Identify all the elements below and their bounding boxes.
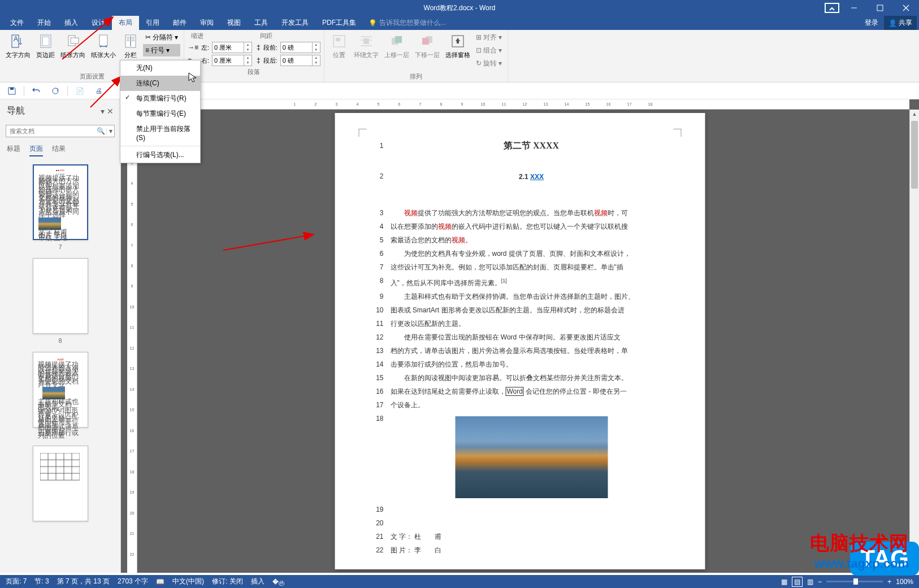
dd-suppress[interactable]: 禁止用于当前段落(S) xyxy=(120,121,200,145)
nav-tab-pages[interactable]: 页面 xyxy=(29,144,43,156)
columns-button[interactable]: 分栏 xyxy=(119,31,142,60)
tab-dev[interactable]: 开发工具 xyxy=(275,16,315,30)
line-text[interactable]: 为使您的文档具有专业外观，word 提供了页眉、页脚、封面和文本框设计， xyxy=(391,248,673,259)
indent-left-input[interactable]: ▲▼ xyxy=(212,42,252,53)
search-input[interactable] xyxy=(6,128,95,134)
line-text[interactable]: 以在想要添加的视频的嵌入代码中进行粘贴。您也可以键入一个关键字以联机搜 xyxy=(391,221,673,232)
orientation-button[interactable]: 纸张方向 xyxy=(58,31,88,60)
redo-button[interactable] xyxy=(48,84,63,98)
page-thumbnail-10[interactable] xyxy=(33,446,88,521)
zoom-slider[interactable] xyxy=(826,581,883,582)
tab-insert[interactable]: 插入 xyxy=(58,16,85,30)
dd-options[interactable]: 行编号选项(L)... xyxy=(120,147,200,163)
page-thumbnail-9[interactable]: 第四章 视频提供了功能强大的方法以在想要添加的视频的嵌入索最适合您的文档的视频为… xyxy=(33,352,88,428)
close-button[interactable] xyxy=(893,0,919,16)
maximize-button[interactable] xyxy=(867,0,893,16)
zoom-in-button[interactable]: + xyxy=(887,578,891,586)
view-read-icon[interactable]: ▦ xyxy=(781,578,787,586)
position-button[interactable]: 位置 xyxy=(328,31,350,60)
status-track[interactable]: 修订: 关闭 xyxy=(212,577,243,586)
line-text[interactable]: 这些设计可互为补充。例如，您可以添加匹配的封面、页眉和提要栏。单击"插 xyxy=(391,262,673,273)
line-text[interactable]: 个设备上。 xyxy=(391,399,673,411)
page-thumbnail-8[interactable] xyxy=(33,258,88,334)
minimize-button[interactable] xyxy=(841,0,867,16)
tab-review[interactable]: 审阅 xyxy=(193,16,220,30)
line-text[interactable]: 图 片： 李 白 xyxy=(391,545,673,556)
search-icon[interactable]: 🔍 xyxy=(95,127,106,135)
line-text[interactable]: 如果在达到结尾处之前需要停止读取，Word 会记住您的停止位置 - 即使在另一 xyxy=(391,386,673,397)
line-numbers-button[interactable]: ≡行号▾ xyxy=(143,44,180,56)
tab-references[interactable]: 引用 xyxy=(139,16,166,30)
page-thumbnail-7[interactable]: ■ ■ XXX 2.1 XXX 视频提供了功能强大的方法帮助以在想要添加的视频的… xyxy=(33,164,88,240)
nav-tab-headings[interactable]: 标题 xyxy=(7,144,20,156)
scrollbar-thumb[interactable] xyxy=(911,121,918,189)
login-button[interactable]: 登录 xyxy=(859,18,884,28)
view-print-icon[interactable]: ▤ xyxy=(792,577,803,587)
line-text[interactable]: 在新的阅读视图中阅读更加容易。可以折叠文档某些部分并关注所需文本。 xyxy=(391,372,673,384)
status-page-of[interactable]: 第 7 页，共 13 页 xyxy=(57,577,110,586)
line-text[interactable]: 击要添加行或列的位置，然后单击加号。 xyxy=(391,359,673,370)
margins-button[interactable]: 页边距 xyxy=(34,31,57,60)
qat-button-2[interactable]: 🖨 xyxy=(92,84,106,98)
vertical-ruler[interactable]: 12345678910111213141516171819202122 xyxy=(127,110,137,573)
breaks-button[interactable]: ✂分隔符▾ xyxy=(143,31,180,43)
ribbon-display-options-icon[interactable] xyxy=(823,0,841,16)
line-text[interactable]: 行更改以匹配新的主题。 xyxy=(391,318,673,329)
tab-tools[interactable]: 工具 xyxy=(248,16,275,30)
line-text[interactable]: 图表或 SmartArt 图形将会更改以匹配新的主题。当应用样式时，您的标题会进 xyxy=(391,304,673,316)
status-extra-icon[interactable]: �கு xyxy=(272,578,284,586)
selection-pane-button[interactable]: 选择窗格 xyxy=(443,31,472,60)
rotate-button[interactable]: ↻旋转▾ xyxy=(474,57,504,69)
dd-restart-section[interactable]: 每节重编行号(E) xyxy=(120,106,200,121)
tab-file[interactable]: 文件 xyxy=(3,16,31,30)
send-backward-button[interactable]: 下移一层 xyxy=(413,31,442,60)
status-insert[interactable]: 插入 xyxy=(251,577,265,586)
space-after-input[interactable]: ▲▼ xyxy=(280,55,320,66)
undo-button[interactable] xyxy=(29,84,44,98)
status-lang[interactable]: 中文(中国) xyxy=(172,577,204,586)
line-text[interactable]: 档的方式，请单击该图片，图片旁边将会显示布局选项按钮。当处理表格时，单 xyxy=(391,345,673,356)
nav-dropdown-icon[interactable]: ▾ ✕ xyxy=(101,107,114,116)
line-text[interactable]: 文 字： 杜 甫 xyxy=(391,531,673,542)
status-page[interactable]: 页面: 7 xyxy=(6,577,27,586)
bring-forward-button[interactable]: 上移一层 xyxy=(382,31,411,60)
tell-me-search[interactable]: 💡 告诉我您想要做什么... xyxy=(369,16,446,30)
tab-pdf[interactable]: PDF工具集 xyxy=(315,16,363,30)
line-text[interactable]: 索最适合您的文档的视频。 xyxy=(391,234,673,246)
document-page[interactable]: 1第二节 XXXX22.1 XXX3 视频提供了功能强大的方法帮助您证明您的观点… xyxy=(335,113,705,569)
tab-home[interactable]: 开始 xyxy=(31,16,58,30)
dd-restart-page[interactable]: ✓每页重编行号(R) xyxy=(120,91,200,106)
group-objects-button[interactable]: ⊡组合▾ xyxy=(474,44,504,56)
nav-search[interactable]: 🔍 ▾ xyxy=(6,125,115,137)
tab-design[interactable]: 设计 xyxy=(85,16,112,30)
line-text[interactable]: 使用在需要位置出现的新按钮在 Word 中保存时间。若要更改图片适应文 xyxy=(391,332,673,343)
zoom-out-button[interactable]: − xyxy=(818,578,822,586)
tab-mail[interactable]: 邮件 xyxy=(166,16,193,30)
share-button[interactable]: 👤共享 xyxy=(884,16,917,30)
search-dropdown-icon[interactable]: ▾ xyxy=(106,127,114,135)
nav-tab-results[interactable]: 结果 xyxy=(52,144,66,156)
line-text[interactable] xyxy=(391,504,673,515)
save-button[interactable] xyxy=(5,84,19,98)
status-words[interactable]: 2703 个字 xyxy=(118,577,148,586)
zoom-level[interactable]: 100% xyxy=(896,578,913,586)
scroll-up-icon[interactable]: ▲ xyxy=(910,110,919,119)
space-before-input[interactable]: ▲▼ xyxy=(280,42,320,53)
tab-layout[interactable]: 布局 xyxy=(112,16,139,30)
align-button[interactable]: ⊞对齐▾ xyxy=(474,31,504,43)
horizontal-ruler[interactable]: 123456789101112131415161718 xyxy=(137,99,909,110)
line-text[interactable] xyxy=(391,517,673,529)
line-text[interactable]: 视频提供了功能强大的方法帮助您证明您的观点。当您单击联机视频时，可 xyxy=(391,207,673,219)
vertical-scrollbar[interactable]: ▲ ▼ xyxy=(909,110,919,573)
status-section[interactable]: 节: 3 xyxy=(34,577,49,586)
indent-right-input[interactable]: ▲▼ xyxy=(212,55,252,66)
view-web-icon[interactable]: ▥ xyxy=(807,578,813,586)
text-direction-button[interactable]: A文字方向 xyxy=(3,31,33,60)
line-text[interactable]: 入"，然后从不同库中选择所需元素。[1] xyxy=(391,275,673,289)
line-text[interactable]: 主题和样式也有助于文档保持协调。当您单击设计并选择新的主题时，图片、 xyxy=(391,291,673,302)
qat-button-1[interactable]: 📄 xyxy=(72,84,87,98)
wrap-text-button[interactable]: 环绕文字 xyxy=(352,31,381,60)
size-button[interactable]: 纸张大小 xyxy=(89,31,118,60)
status-proofing-icon[interactable]: 📖 xyxy=(156,578,164,586)
tab-view[interactable]: 视图 xyxy=(220,16,248,30)
